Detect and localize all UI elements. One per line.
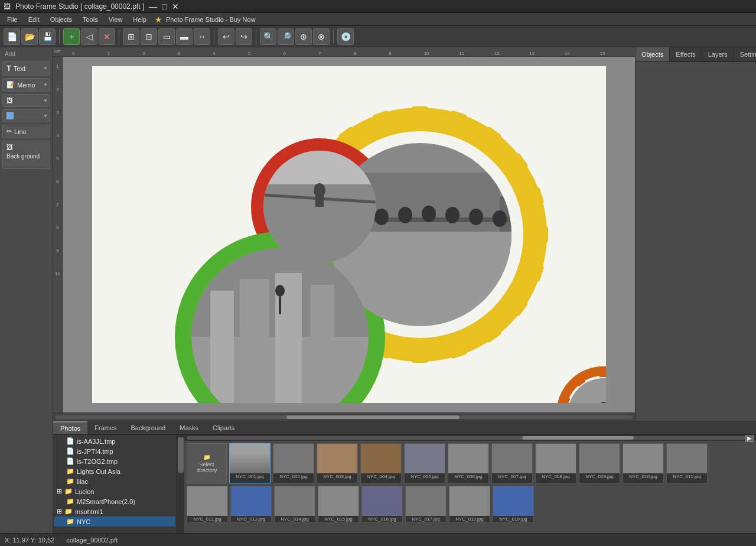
bottom-panel: Photos Frames Background Masks Cliparts … — [53, 421, 756, 533]
add-btn[interactable]: + — [63, 28, 80, 45]
tab-layers[interactable]: Layers — [702, 47, 734, 61]
tree-item-lucion[interactable]: ⊞ 📁 Lucion — [54, 486, 175, 496]
thumb-NYC_014[interactable]: NYC_014.jpg — [274, 486, 315, 523]
thumb-NYC_016[interactable]: NYC_016.jpg — [361, 486, 403, 523]
menu-objects[interactable]: Objects — [45, 15, 77, 24]
tree-item-lilac[interactable]: 📁 lilac — [54, 476, 175, 486]
zoom-out-btn[interactable]: 🔎 — [278, 28, 294, 45]
menu-help[interactable]: Help — [128, 15, 151, 24]
tab-photos[interactable]: Photos — [53, 421, 87, 434]
thumb-NYC_007[interactable]: NYC_007.jpg — [491, 443, 533, 483]
tab-settings[interactable]: Settings — [734, 47, 756, 61]
status-filename: collage_00002.pft — [66, 537, 118, 544]
thumb-NYC_012[interactable]: NYC_012.jpg — [187, 486, 228, 523]
thumb-label: NYC_011.jpg — [667, 473, 707, 480]
thumb-label: NYC_018.jpg — [449, 516, 490, 522]
redo-btn[interactable]: ↪ — [236, 28, 252, 45]
arrange2-btn[interactable]: ⊟ — [141, 28, 157, 45]
thumb-scrollbar-thumb — [522, 436, 634, 440]
select-directory-btn[interactable]: 📁 Selectdirectory — [187, 443, 227, 483]
middle-section: Add T Text ▼ 📝 Memo ▼ 🖼 ▼ ▼ — [0, 47, 756, 533]
tree-item-nyc[interactable]: 📁 NYC — [54, 516, 175, 526]
close-btn[interactable]: ✕ — [172, 2, 179, 11]
folder-label: Lucion — [75, 488, 94, 495]
thumb-NYC_005[interactable]: NYC_005.jpg — [404, 443, 445, 483]
add-memo-btn[interactable]: 📝 Memo ▼ — [2, 78, 50, 92]
delete-btn[interactable]: ✕ — [99, 28, 115, 45]
tab-effects[interactable]: Effects — [670, 47, 702, 61]
thumb-NYC_001[interactable]: NYC_001.jpg — [229, 443, 271, 483]
tab-background[interactable]: Background — [124, 422, 173, 434]
thumb-img — [231, 486, 271, 516]
thumb-label: NYC_008.jpg — [536, 473, 576, 480]
align2-btn[interactable]: ▬ — [176, 28, 193, 45]
file-label: is-AA3JL.tmp — [77, 438, 115, 445]
add-photo-btn[interactable]: 🖼 ▼ — [2, 94, 50, 107]
thumb-label: NYC_005.jpg — [405, 473, 445, 480]
center-and-bottom: cm 0 1 2 3 4 5 6 7 8 9 10 — [53, 47, 756, 533]
svg-rect-97 — [240, 279, 269, 403]
flip-btn[interactable]: ↔ — [194, 28, 210, 45]
svg-point-83 — [398, 207, 412, 223]
thumb-NYC_011[interactable]: NYC_011.jpg — [666, 443, 708, 483]
tree-item-m2smartphone[interactable]: 📁 M2SmartPhone(2.0) — [54, 496, 175, 506]
thumb-NYC_017[interactable]: NYC_017.jpg — [405, 486, 447, 523]
folder-label: NYC — [77, 518, 90, 525]
tab-masks[interactable]: Masks — [172, 422, 206, 434]
thumb-NYC_015[interactable]: NYC_015.jpg — [318, 486, 359, 523]
tree-item-msohtml1[interactable]: ⊞ 📁 msohtml1 — [54, 506, 175, 516]
thumb-NYC_018[interactable]: NYC_018.jpg — [449, 486, 490, 523]
file-tree: 📄 is-AA3JL.tmp 📄 is-JPTI4.tmp 📄 is-T2OG2… — [53, 435, 177, 533]
tab-cliparts[interactable]: Cliparts — [206, 422, 242, 434]
add-background-btn[interactable]: 🖼 Back ground — [2, 141, 50, 169]
align1-btn[interactable]: ▭ — [158, 28, 175, 45]
canvas-scrollbar-h — [53, 412, 635, 421]
thumb-NYC_008[interactable]: NYC_008.jpg — [535, 443, 576, 483]
right-panel: Objects Effects Layers Settings — [635, 47, 756, 421]
zoom-fit-btn[interactable]: ⊕ — [295, 28, 312, 45]
tab-objects[interactable]: Objects — [636, 47, 670, 61]
thumb-img — [536, 444, 576, 473]
tree-item-is-JPTI4[interactable]: 📄 is-JPTI4.tmp — [54, 446, 175, 456]
new-btn[interactable]: 📄 — [4, 28, 20, 45]
open-btn[interactable]: 📂 — [21, 28, 38, 45]
thumb-NYC_009[interactable]: NYC_009.jpg — [579, 443, 620, 483]
arrow-left-btn[interactable]: ◁ — [81, 28, 97, 45]
canvas-inner[interactable]: /* teeth drawn via repeated rects rotate… — [63, 57, 635, 412]
thumb-NYC_019[interactable]: NYC_019.jpg — [493, 486, 534, 523]
add-line-btn[interactable]: ✏ Line — [2, 125, 50, 138]
menu-tools[interactable]: Tools — [78, 15, 103, 24]
export-btn[interactable]: 💿 — [337, 28, 354, 45]
center-section: cm 0 1 2 3 4 5 6 7 8 9 10 — [53, 47, 756, 421]
minimize-btn[interactable]: — — [149, 2, 157, 11]
thumb-NYC_010[interactable]: NYC_010.jpg — [623, 443, 664, 483]
arrange1-btn[interactable]: ⊞ — [123, 28, 139, 45]
thumb-NYC_013[interactable]: NYC_013.jpg — [230, 486, 272, 523]
add-shape-btn[interactable]: ▼ — [2, 109, 50, 122]
maximize-btn[interactable]: □ — [162, 2, 167, 11]
sep4 — [256, 30, 256, 44]
tree-item-is-AA3JL[interactable]: 📄 is-AA3JL.tmp — [54, 436, 175, 446]
file-label: is-T2OG2.tmp — [77, 458, 118, 465]
zoom-100-btn[interactable]: ⊗ — [313, 28, 330, 45]
thumbnails-scroll[interactable]: 📁 Selectdirectory NYC_001.jpg — [184, 441, 756, 533]
thumb-NYC_004[interactable]: NYC_004.jpg — [360, 443, 402, 483]
add-text-btn[interactable]: T Text ▼ — [2, 61, 50, 76]
zoom-in-btn[interactable]: 🔍 — [260, 28, 276, 45]
menu-file[interactable]: File — [2, 15, 22, 24]
thumb-row-1: 📁 Selectdirectory NYC_001.jpg — [187, 443, 754, 483]
save-btn[interactable]: 💾 — [39, 28, 56, 45]
menu-view[interactable]: View — [104, 15, 128, 24]
thumb-label: NYC_001.jpg — [230, 473, 270, 480]
tree-item-lights-out-asia[interactable]: 📁 Lights Out Asia — [54, 466, 175, 476]
tab-frames[interactable]: Frames — [87, 422, 123, 434]
thumb-img — [273, 444, 314, 473]
thumb-NYC_006[interactable]: NYC_006.jpg — [448, 443, 489, 483]
thumb-row-2: NYC_012.jpg NYC_013.jpg NYC_014.jpg — [187, 486, 754, 523]
thumb-NYC_003[interactable]: NYC_003.jpg — [317, 443, 358, 483]
thumb-NYC_002[interactable]: NYC_002.jpg — [273, 443, 314, 483]
tree-item-is-T2OG2[interactable]: 📄 is-T2OG2.tmp — [54, 456, 175, 466]
undo-btn[interactable]: ↩ — [218, 28, 234, 45]
menu-edit[interactable]: Edit — [24, 15, 44, 24]
file-icon: 📄 — [66, 447, 74, 455]
